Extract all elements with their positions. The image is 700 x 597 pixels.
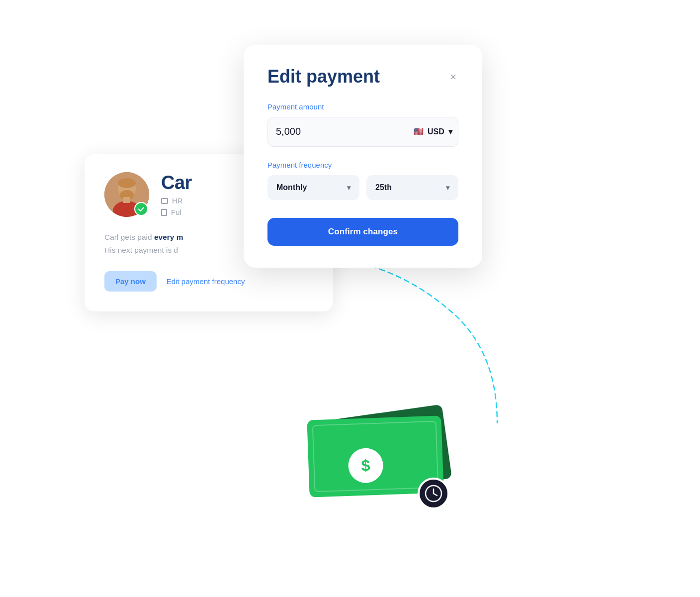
payment-amount-label: Payment amount [267,102,458,111]
chevron-down-icon: ▾ [446,184,449,192]
frequency-selected: Monthly [276,183,307,192]
amount-input[interactable] [276,126,402,137]
employee-actions: Pay now Edit payment frequency [104,271,313,292]
briefcase-icon [161,198,168,204]
frequency-row: Monthly ▾ 25th ▾ [267,175,458,200]
currency-flag: 🇺🇸 [414,127,424,136]
chevron-down-icon: ▾ [448,127,452,136]
employee-info: Car HR Ful [161,173,192,216]
modal-header: Edit payment × [267,67,458,87]
modal-title: Edit payment [267,67,380,87]
edit-payment-modal: Edit payment × Payment amount 🇺🇸 USD ▾ P… [244,45,482,268]
currency-code: USD [428,127,444,136]
avatar-wrapper [104,172,149,217]
confirm-changes-button[interactable]: Confirm changes [267,218,458,246]
pay-now-button[interactable]: Pay now [104,271,157,292]
svg-point-2 [118,178,136,188]
payment-frequency-label: Payment frequency [267,161,458,169]
chevron-down-icon: ▾ [347,184,350,192]
day-selected: 25th [375,183,392,192]
clock-badge [418,478,449,509]
verified-badge [134,202,148,216]
day-dropdown[interactable]: 25th ▾ [366,175,458,200]
currency-selector[interactable]: 🇺🇸 USD ▾ [414,127,452,136]
employee-name: Car [161,173,192,194]
employee-type: Ful [161,208,192,216]
document-icon [161,209,167,216]
employee-department: HR [161,197,192,205]
dollar-circle: $ [348,447,383,483]
edit-payment-frequency-link[interactable]: Edit payment frequency [167,277,245,286]
svg-line-8 [434,494,437,496]
dollar-sign: $ [361,456,370,475]
money-illustration: $ [308,408,467,507]
close-button[interactable]: × [448,69,458,86]
amount-field: 🇺🇸 USD ▾ [267,117,458,147]
svg-rect-5 [123,197,130,203]
frequency-dropdown[interactable]: Monthly ▾ [267,175,359,200]
